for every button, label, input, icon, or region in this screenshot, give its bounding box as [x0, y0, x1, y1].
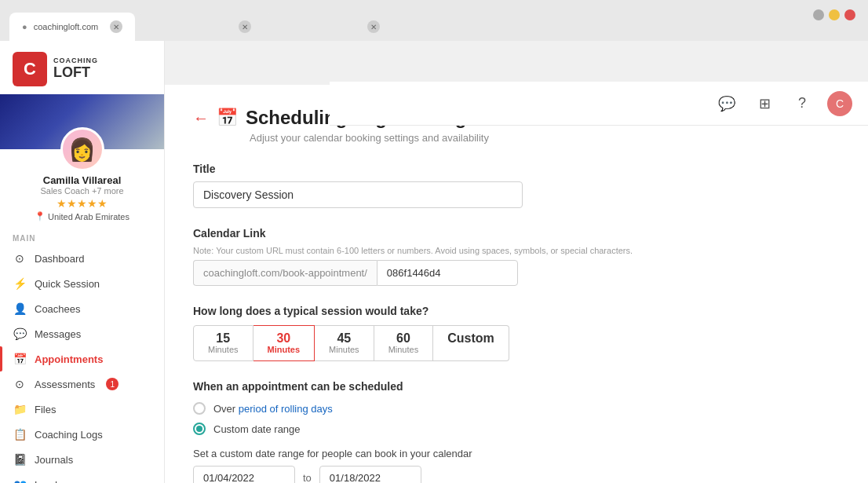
- maximize-button[interactable]: [829, 9, 840, 20]
- nav-item-appointments[interactable]: 📅 Appointments: [0, 346, 164, 371]
- dashboard-icon: ⊙: [13, 251, 27, 265]
- calendar-link-section: Calendar Link Note: Your custom URL must…: [193, 227, 840, 286]
- title-input[interactable]: [193, 181, 523, 208]
- tab-close-3[interactable]: ✕: [367, 20, 380, 33]
- calendar-link-input[interactable]: [377, 260, 518, 286]
- date-range-label: Set a custom date range for people can b…: [193, 448, 840, 459]
- browser-tab-1[interactable]: ● coachingloft.com ✕: [9, 13, 135, 41]
- schedule-label: When an appointment can be scheduled: [193, 380, 840, 393]
- sidebar-profile: 👩 Camilla Villareal Sales Coach +7 more …: [0, 94, 164, 221]
- browser-controls: [813, 9, 855, 20]
- date-range-section: Set a custom date range for people can b…: [193, 448, 840, 483]
- assessments-icon: ⊙: [13, 377, 27, 391]
- profile-role: Sales Coach +7 more: [40, 186, 123, 196]
- calendar-link-label: Calendar Link: [193, 227, 840, 240]
- nav-item-journals[interactable]: 📓 Journals: [0, 447, 164, 472]
- radio-custom[interactable]: Custom date range: [193, 423, 840, 435]
- main-header: 💬 ⊞ ? C: [330, 82, 868, 126]
- nav-item-assessments[interactable]: ⊙ Assessments 1: [0, 371, 164, 397]
- nav-item-leads[interactable]: 👥 Leads: [0, 472, 164, 483]
- close-button[interactable]: [844, 9, 855, 20]
- assessments-badge: 1: [106, 378, 119, 390]
- main-content: ← 📅 Scheduling Page Settings Adjust your…: [165, 85, 868, 483]
- browser-tab-3[interactable]: ✕: [267, 13, 392, 41]
- calendar-link-prefix: coachingloft.com/book-appointment/: [193, 260, 377, 286]
- minimize-button[interactable]: [813, 9, 824, 20]
- browser-bar: ● coachingloft.com ✕ ✕ ✕: [0, 0, 868, 41]
- leads-icon: 👥: [13, 478, 27, 483]
- page-subtitle: Adjust your calendar booking settings an…: [250, 132, 840, 144]
- profile-name: Camilla Villareal: [43, 174, 122, 186]
- nav-item-coaching-logs[interactable]: 📋 Coaching Logs: [0, 422, 164, 447]
- title-section: Title: [193, 163, 840, 208]
- radio-rolling[interactable]: Over period of rolling days: [193, 402, 840, 415]
- rolling-days-link[interactable]: period of rolling days: [239, 403, 333, 415]
- profile-stars: ★★★★★: [57, 197, 108, 210]
- nav-item-coachees[interactable]: 👤 Coachees: [0, 296, 164, 321]
- browser-tab-2[interactable]: ✕: [138, 13, 264, 41]
- date-separator: to: [303, 472, 312, 483]
- messages-icon: 💬: [13, 327, 27, 341]
- calendar-link-note: Note: Your custom URL must contain 6-100…: [193, 246, 840, 255]
- date-range-row: to: [193, 466, 840, 483]
- date-to-input[interactable]: [319, 466, 421, 483]
- logo-loft: LOFT: [53, 65, 98, 81]
- duration-45[interactable]: 45 Minutes: [315, 325, 374, 361]
- help-icon[interactable]: ?: [790, 91, 815, 116]
- duration-60[interactable]: 60 Minutes: [374, 325, 434, 361]
- profile-location: 📍 United Arab Emirates: [35, 211, 129, 221]
- coaching-logs-icon: 📋: [13, 427, 27, 441]
- main-section-label: MAIN: [0, 228, 164, 246]
- quick-session-icon: ⚡: [13, 276, 27, 291]
- duration-30[interactable]: 30 Minutes: [253, 325, 315, 361]
- logo-icon: C: [13, 52, 47, 86]
- duration-custom[interactable]: Custom: [433, 325, 509, 361]
- tab-close-2[interactable]: ✕: [239, 20, 251, 33]
- date-from-input[interactable]: [193, 466, 295, 483]
- user-avatar[interactable]: C: [827, 91, 852, 116]
- title-label: Title: [193, 163, 840, 175]
- location-pin-icon: 📍: [35, 211, 46, 221]
- nav-item-messages[interactable]: 💬 Messages: [0, 321, 164, 346]
- coachees-icon: 👤: [13, 302, 27, 316]
- avatar: 👩: [60, 127, 104, 171]
- nav-item-dashboard[interactable]: ⊙ Dashboard: [0, 246, 164, 271]
- duration-section: How long does a typical session would ta…: [193, 305, 840, 361]
- calendar-icon: 📅: [217, 108, 238, 128]
- sidebar-logo: C COACHING LOFT: [0, 41, 164, 94]
- duration-options: 15 Minutes 30 Minutes 45 Minutes 60 Minu…: [193, 325, 840, 361]
- nav-item-files[interactable]: 📁 Files: [0, 397, 164, 422]
- sidebar: C COACHING LOFT 👩 Camilla Villareal Sale…: [0, 41, 165, 483]
- main-area: 💬 ⊞ ? C ← 📅 Scheduling Page Settings Adj…: [165, 41, 868, 483]
- appointments-icon: 📅: [13, 352, 27, 366]
- schedule-section: When an appointment can be scheduled Ove…: [193, 380, 840, 435]
- back-button[interactable]: ←: [193, 109, 209, 127]
- nav-item-quick-session[interactable]: ⚡ Quick Session: [0, 271, 164, 296]
- files-icon: 📁: [13, 402, 27, 416]
- journals-icon: 📓: [13, 452, 27, 467]
- duration-15[interactable]: 15 Minutes: [193, 325, 253, 361]
- radio-custom-circle: [193, 423, 206, 435]
- duration-label: How long does a typical session would ta…: [193, 305, 840, 317]
- chat-icon[interactable]: 💬: [714, 91, 739, 116]
- grid-icon[interactable]: ⊞: [752, 91, 777, 116]
- tab-close-1[interactable]: ✕: [110, 20, 122, 33]
- calendar-link-row: coachingloft.com/book-appointment/: [193, 260, 840, 286]
- radio-rolling-circle: [193, 402, 206, 415]
